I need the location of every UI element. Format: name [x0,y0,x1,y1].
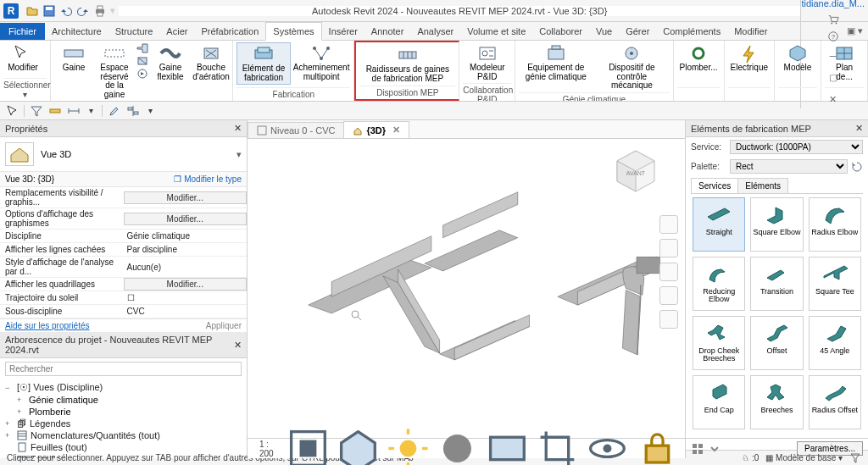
lock-icon[interactable] [635,426,680,465]
prop-discipline[interactable]: Génie climatique [124,230,248,241]
print-icon[interactable] [93,4,107,18]
raidisseurs-button[interactable]: Raidisseurs de gaines de fabrication MEP [359,44,455,85]
nav-orbit-button[interactable] [659,286,678,305]
view-tab-plan[interactable]: Niveau 0 - CVC [248,122,344,138]
refresh-icon[interactable] [851,161,863,173]
redo-icon[interactable] [76,4,90,18]
tab-collab[interactable]: Collaborer [532,23,589,40]
dim-icon[interactable] [67,104,81,118]
part-radius-offset[interactable]: Radius Offset [809,375,861,429]
prop-grids-button[interactable]: Modifier... [124,278,248,291]
convert-icon[interactable] [136,68,149,80]
view-cube[interactable]: AVANT [610,146,661,197]
panel-pid[interactable]: Collaboration P&ID [463,83,511,102]
prop-hidden-lines[interactable]: Par discipline [124,244,248,255]
shadows-icon[interactable] [435,426,480,465]
panel-disposition[interactable]: Disposition MEP [359,86,455,99]
duct-fitting-icon[interactable] [136,42,149,54]
part-drop-cheek[interactable]: Drop Cheek Breeches [693,316,745,370]
tab-prefab[interactable]: Préfabrication [194,23,265,40]
collapse-icon[interactable] [708,442,721,456]
filter-funnel-icon[interactable] [849,452,861,464]
part-breeches[interactable]: Breeches [750,375,803,429]
equipement-button[interactable]: Equipement de génie climatique [519,42,593,83]
bouche-button[interactable]: Bouche d'aération [192,42,231,83]
tab-inserer[interactable]: Insérer [322,23,364,40]
palette-select[interactable]: Rect [730,159,848,174]
tab-structure[interactable]: Structure [108,23,160,40]
prop-graphics-button[interactable]: Modifier... [124,213,248,225]
edit-type-button[interactable]: ❐ Modifier le type [174,174,242,184]
sun-icon[interactable] [386,426,431,465]
tab-systemes[interactable]: Systèmes [265,22,321,41]
viewport-3d[interactable]: AVANT [248,139,685,438]
undo-icon[interactable] [59,4,73,18]
measure-icon[interactable] [48,104,62,118]
detail-level-icon[interactable] [286,426,331,465]
modeleur-pid-button[interactable]: Modeleur P&ID [463,42,511,83]
part-square-tee[interactable]: Square Tee [809,257,861,311]
properties-help-link[interactable]: Aide sur les propriétés [5,321,90,330]
gallery-view-icon[interactable] [691,442,704,456]
plan-button[interactable]: Plan de... [825,42,864,83]
service-select[interactable]: Ductwork: (1000PA) [730,140,863,154]
tree-nomenclatures[interactable]: +Nomenclatures/Quantités (tout) [0,429,247,441]
render-icon[interactable] [485,426,530,465]
ribbon-collapse-icon[interactable]: ▣ ▾ [842,22,868,40]
prop-analysis[interactable]: Aucun(e) [124,262,248,273]
mep-panel-header[interactable]: Eléments de fabrication MEP✕ [686,120,868,137]
prop-visibility-button[interactable]: Modifier... [124,191,248,204]
properties-header[interactable]: Propriétés✕ [0,120,247,137]
panel-genie[interactable]: Génie climatique [519,92,669,102]
crop-icon[interactable] [535,426,580,465]
scale-selector[interactable]: 1 : 200 [253,438,281,460]
part-square-elbow[interactable]: Square Elbow [750,197,803,252]
dispositif-button[interactable]: Dispositif de contrôle mécanique [594,42,669,92]
gaine-flexible-button[interactable]: Gaine flexible [151,42,190,83]
tree-genie[interactable]: +Génie climatique [0,394,247,406]
part-straight[interactable]: Straight [693,197,745,252]
view-tab-3d[interactable]: {3D}✕ [343,121,409,138]
gaine-button[interactable]: Gaine [54,42,93,75]
tab-volume[interactable]: Volume et site [460,23,532,40]
modify-button[interactable]: Modifier [3,42,42,75]
cart-icon[interactable] [827,14,839,25]
select-icon[interactable] [5,104,19,118]
close-icon[interactable]: ✕ [234,123,242,134]
paint-icon[interactable] [108,104,121,118]
tab-complements[interactable]: Compléments [656,23,727,40]
electrique-button[interactable]: Electrique [728,42,771,75]
open-icon[interactable] [25,4,39,18]
tree-legendes[interactable]: +🗐 Légendes [0,418,247,429]
visual-style-icon[interactable] [336,426,381,465]
model-base[interactable]: ▦ Modèle de base ▾ [765,453,843,462]
save-icon[interactable] [42,4,56,18]
apply-button[interactable]: Appliquer [206,321,242,330]
canvas-search-icon[interactable] [349,308,363,322]
hide-icon[interactable] [585,426,630,465]
prop-subdiscipline[interactable]: CVC [124,306,248,317]
tab-analyser[interactable]: Analyser [410,23,460,40]
nav-wheel-button[interactable] [659,215,678,234]
part-reducing-elbow[interactable]: Reducing Elbow [693,257,745,311]
tab-vue[interactable]: Vue [589,23,619,40]
nav-look-button[interactable] [659,310,678,329]
tab-architecture[interactable]: Architecture [45,23,108,40]
close-tab-icon[interactable]: ✕ [392,125,400,136]
part-45-angle[interactable]: 45 Angle [809,316,861,370]
tab-gerer[interactable]: Gérer [619,23,656,40]
tab-acier[interactable]: Acier [159,23,194,40]
panel-selectionner[interactable]: Sélectionner ▾ [3,78,47,101]
part-end-cap[interactable]: End Cap [693,375,745,429]
tab-elements[interactable]: Eléments [737,178,788,193]
tree-plomberie[interactable]: +Plomberie [0,406,247,418]
espace-reserve-button[interactable]: Espace réservé de la gaine [95,42,134,101]
acheminement-button[interactable]: Acheminement multipoint [292,42,351,83]
part-offset[interactable]: Offset [750,316,803,370]
browser-header[interactable]: Arborescence du projet - Nouveautes REVI… [0,332,247,358]
plomberie-button[interactable]: Plomber... [677,42,721,75]
tab-services[interactable]: Services [691,178,738,193]
element-fabrication-button[interactable]: Elément de fabrication [236,42,291,85]
type-selector[interactable]: Vue 3D [41,149,230,159]
modele-button[interactable]: Modèle [778,42,817,75]
